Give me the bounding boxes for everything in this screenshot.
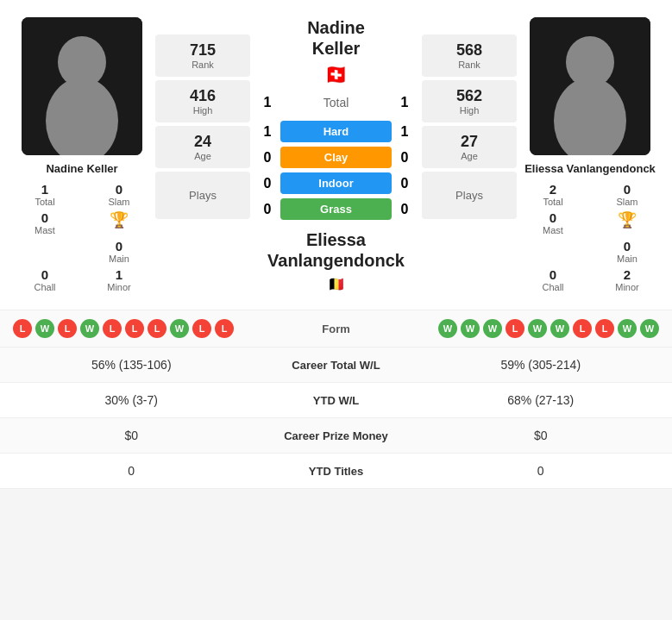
form-badge-l4: L bbox=[125, 319, 144, 338]
clay-right: 0 bbox=[392, 150, 418, 166]
prize-label: Career Prize Money bbox=[250, 429, 423, 442]
player1-card: Nadine Keller 1 Total 0 Slam 0 Mast 🏆 bbox=[9, 17, 155, 292]
indoor-right: 0 bbox=[392, 176, 418, 191]
titles-label: YTD Titles bbox=[250, 465, 423, 478]
form-label: Form bbox=[285, 323, 388, 335]
player2-slam-cell: 0 Slam bbox=[595, 182, 659, 207]
player1-minor-cell: 1 Minor bbox=[87, 267, 151, 292]
form-badge-w4: W bbox=[438, 319, 457, 338]
titles-left: 0 bbox=[13, 464, 250, 478]
indoor-badge: Indoor bbox=[280, 172, 392, 194]
player1-chall-label: Chall bbox=[34, 282, 55, 292]
titles-right: 0 bbox=[423, 464, 660, 478]
player2-slam-label: Slam bbox=[616, 197, 637, 207]
player2-plays-box: Plays bbox=[422, 172, 517, 219]
form-left: L W L W L L L W L L bbox=[13, 319, 285, 338]
player1-minor-label: Minor bbox=[107, 282, 131, 292]
indoor-left: 0 bbox=[254, 176, 280, 191]
surface-rows: 1 Hard 1 0 Clay 0 0 Indoor 0 bbox=[254, 121, 418, 220]
stat-row-career: 56% (135-106) Career Total W/L 59% (305-… bbox=[0, 348, 672, 383]
player2-age-box: 27 Age bbox=[422, 126, 517, 168]
player2-minor-val: 2 bbox=[624, 267, 631, 282]
player2-high-label: High bbox=[427, 105, 512, 116]
player1-high-box: 416 High bbox=[155, 80, 250, 122]
hard-left: 1 bbox=[254, 124, 280, 140]
flag-right: EliessaVanlangendonck 🇧🇪 bbox=[267, 221, 405, 292]
form-badge-w7: W bbox=[528, 319, 547, 338]
form-badge-w9: W bbox=[618, 319, 637, 338]
hard-right: 1 bbox=[392, 124, 418, 140]
player1-chall-val: 0 bbox=[41, 267, 48, 282]
player2-age-label: Age bbox=[427, 151, 512, 161]
ytd-label: YTD W/L bbox=[250, 394, 423, 407]
player2-chall-cell: 0 Chall bbox=[521, 267, 585, 292]
career-label: Career Total W/L bbox=[250, 359, 423, 372]
player1-main-val: 0 bbox=[116, 239, 122, 254]
form-badge-l8: L bbox=[506, 319, 524, 338]
player2-minor-cell: 2 Minor bbox=[595, 267, 659, 292]
player2-flag: 🇧🇪 bbox=[267, 276, 405, 292]
player1-rank-label: Rank bbox=[160, 59, 245, 70]
ytd-right: 68% (27-13) bbox=[423, 393, 660, 407]
prize-right: $0 bbox=[423, 429, 660, 442]
player1-mast-val: 0 bbox=[41, 210, 48, 225]
form-badge-w8: W bbox=[550, 319, 569, 338]
stats-table: L W L W L L L W L L Form W W W L W W L L bbox=[0, 310, 672, 489]
player2-mid-stats: 568 Rank 562 High 27 Age Plays bbox=[422, 34, 517, 292]
form-badge-w1: W bbox=[35, 319, 54, 338]
player2-stats-grid: 2 Total 0 Slam 0 Mast 🏆 🏆 0 bbox=[517, 182, 663, 292]
player2-rank-box: 568 Rank bbox=[422, 34, 517, 77]
player2-rank-val: 568 bbox=[427, 41, 512, 59]
player1-total-val: 1 bbox=[41, 182, 48, 197]
center-comparison: NadineKeller 🇨🇭 1 Total 1 1 Hard 1 0 Cla… bbox=[250, 17, 422, 292]
player1-name-top: NadineKeller bbox=[307, 17, 365, 59]
clay-left: 0 bbox=[254, 150, 280, 166]
surface-row-indoor: 0 Indoor 0 bbox=[254, 172, 418, 194]
player2-total-cell: 2 Total bbox=[521, 182, 585, 207]
form-badge-l3: L bbox=[103, 319, 122, 338]
career-left: 56% (135-106) bbox=[13, 358, 250, 372]
player2-mast-label: Mast bbox=[543, 225, 563, 235]
player1-age-box: 24 Age bbox=[155, 126, 250, 168]
player1-minor-val: 1 bbox=[116, 267, 122, 282]
player1-mast-cell: 0 Mast bbox=[13, 210, 77, 235]
player1-high-label: High bbox=[160, 105, 245, 116]
trophy-icon-spacer-2: 🏆 bbox=[543, 239, 562, 258]
form-badge-l2: L bbox=[58, 319, 77, 338]
form-badge-w2: W bbox=[80, 319, 99, 338]
form-badge-w10: W bbox=[640, 319, 659, 338]
player2-avatar bbox=[530, 17, 650, 155]
player1-stats-grid: 1 Total 0 Slam 0 Mast 🏆 🏆 0 bbox=[9, 182, 155, 292]
trophy-icon-spacer: 🏆 bbox=[35, 239, 54, 258]
player2-age-val: 27 bbox=[427, 133, 512, 151]
player2-chall-val: 0 bbox=[550, 267, 556, 282]
player1-mid-stats: 715 Rank 416 High 24 Age Plays bbox=[155, 34, 250, 292]
stat-row-titles: 0 YTD Titles 0 bbox=[0, 454, 672, 489]
clay-badge: Clay bbox=[280, 147, 392, 168]
player1-main-label: Main bbox=[109, 254, 129, 264]
player2-chall-label: Chall bbox=[542, 282, 563, 292]
player1-slam-val: 0 bbox=[116, 182, 122, 197]
stat-row-prize: $0 Career Prize Money $0 bbox=[0, 418, 672, 454]
player2-mast-cell: 0 Mast bbox=[521, 210, 585, 235]
surface-row-grass: 0 Grass 0 bbox=[254, 198, 418, 220]
player2-minor-label: Minor bbox=[615, 282, 639, 292]
form-badge-l7: L bbox=[215, 319, 234, 338]
player1-mast-label: Mast bbox=[35, 225, 55, 235]
comparison-section: Nadine Keller 1 Total 0 Slam 0 Mast 🏆 bbox=[0, 0, 672, 310]
form-badge-l6: L bbox=[192, 319, 211, 338]
player1-empty: 🏆 bbox=[13, 239, 77, 264]
form-row: L W L W L L L W L L Form W W W L W W L L bbox=[0, 310, 672, 348]
prize-left: $0 bbox=[13, 429, 250, 442]
player2-name-top: EliessaVanlangendonck bbox=[267, 229, 405, 271]
player1-plays-label: Plays bbox=[189, 189, 217, 202]
player1-high-val: 416 bbox=[160, 87, 245, 105]
player2-slam-val: 0 bbox=[624, 182, 631, 197]
player2-main-cell: 0 Main bbox=[595, 239, 659, 264]
form-badge-l1: L bbox=[13, 319, 32, 338]
player1-rank-box: 715 Rank bbox=[155, 34, 250, 77]
surface-row-hard: 1 Hard 1 bbox=[254, 121, 418, 142]
player1-age-label: Age bbox=[160, 151, 245, 161]
hard-badge: Hard bbox=[280, 121, 392, 142]
player2-name: Eliessa Vanlangendonck bbox=[524, 162, 656, 175]
